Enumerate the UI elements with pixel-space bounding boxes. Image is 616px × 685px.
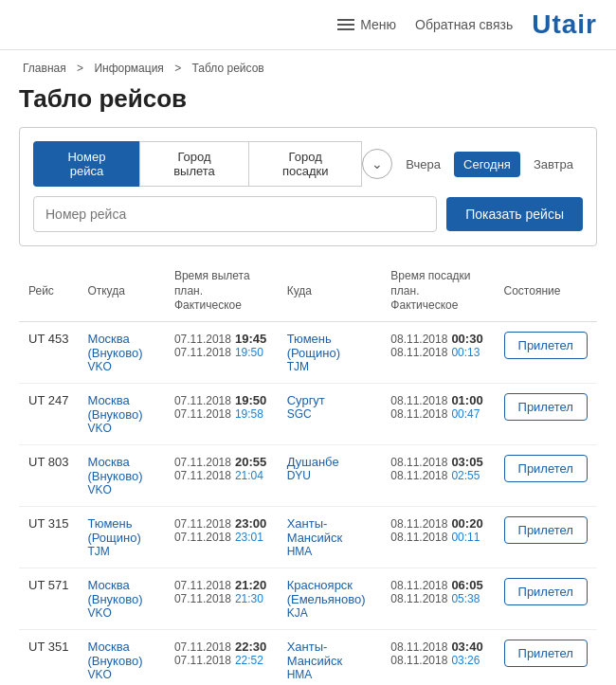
cell-status: Прилетел [495, 321, 597, 383]
dep-time-plan: 07.11.2018 21:20 [174, 578, 268, 592]
cell-flight: UT 803 [19, 444, 78, 506]
breadcrumb-sep1: > [77, 62, 86, 75]
arr-time-plan: 08.11.2018 03:40 [390, 640, 484, 654]
menu-button[interactable]: Меню [337, 17, 396, 32]
table-row: UT 571Москва (Внуково)VKO 07.11.2018 21:… [19, 568, 597, 629]
tab-arrival-city[interactable]: Город посадки [248, 141, 362, 187]
cell-arr-time: 08.11.2018 03:40 08.11.2018 03:26 [381, 629, 494, 685]
flight-number: UT 247 [28, 393, 68, 407]
to-code: SGC [287, 407, 372, 421]
cell-arr-time: 08.11.2018 00:30 08.11.2018 00:13 [381, 321, 494, 383]
cell-flight: UT 571 [19, 568, 78, 629]
dep-time-actual: 07.11.2018 21:04 [174, 469, 268, 482]
date-yesterday[interactable]: Вчера [396, 152, 450, 177]
arr-time-actual: 08.11.2018 05:38 [390, 592, 484, 605]
th-to: Куда [278, 261, 382, 321]
cell-to: Красноярск (Емельяново)KJA [278, 568, 382, 629]
from-code: VKO [87, 606, 154, 620]
arr-time-actual: 08.11.2018 00:11 [390, 531, 484, 544]
cell-dep-time: 07.11.2018 19:50 07.11.2018 19:58 [165, 383, 278, 444]
flight-number: UT 571 [28, 578, 68, 592]
arr-time-actual: 08.11.2018 03:26 [390, 654, 484, 667]
cell-from: Москва (Внуково)VKO [78, 444, 164, 506]
status-button[interactable]: Прилетел [504, 393, 588, 421]
to-code: DYU [287, 469, 372, 482]
cell-dep-time: 07.11.2018 21:20 07.11.2018 21:30 [165, 568, 278, 629]
dep-time-plan: 07.11.2018 23:00 [174, 516, 268, 531]
to-code: KJA [287, 606, 372, 620]
status-button[interactable]: Прилетел [504, 332, 588, 359]
header: Меню Обратная связь Utair [0, 0, 616, 50]
page-title: Табло рейсов [0, 81, 616, 127]
from-city: Москва (Внуково) [87, 578, 154, 606]
breadcrumb-home[interactable]: Главная [23, 62, 66, 75]
date-tomorrow[interactable]: Завтра [524, 152, 583, 177]
to-city: Душанбе [287, 455, 372, 469]
from-code: VKO [87, 483, 154, 496]
cell-arr-time: 08.11.2018 03:05 08.11.2018 02:55 [381, 444, 494, 506]
to-code: TJM [287, 360, 372, 373]
status-button[interactable]: Прилетел [504, 516, 588, 544]
from-city: Москва (Внуково) [87, 455, 154, 483]
cell-to: Ханты-МансийскHMA [278, 506, 382, 568]
flight-number: UT 315 [28, 516, 68, 531]
search-input[interactable] [33, 196, 437, 232]
status-button[interactable]: Прилетел [504, 455, 588, 482]
to-city: Сургут [287, 393, 372, 407]
cell-to: ДушанбеDYU [278, 444, 382, 506]
logo: Utair [532, 9, 597, 40]
cell-from: Тюмень (Рощино)TJM [78, 506, 164, 568]
dep-time-actual: 07.11.2018 22:52 [174, 654, 268, 667]
flight-number: UT 803 [28, 455, 68, 469]
cell-from: Москва (Внуково)VKO [78, 383, 164, 444]
cell-dep-time: 07.11.2018 19:45 07.11.2018 19:50 [165, 321, 278, 383]
cell-flight: UT 453 [19, 321, 78, 383]
table-row: UT 803Москва (Внуково)VKO 07.11.2018 20:… [19, 444, 597, 506]
hamburger-icon [337, 19, 354, 30]
arr-time-plan: 08.11.2018 03:05 [390, 455, 484, 469]
cell-dep-time: 07.11.2018 23:00 07.11.2018 23:01 [165, 506, 278, 568]
tab-departure-city[interactable]: Город вылета [139, 141, 248, 187]
arr-time-plan: 08.11.2018 00:30 [390, 332, 484, 346]
cell-from: Москва (Внуково)VKO [78, 629, 164, 685]
arr-time-plan: 08.11.2018 06:05 [390, 578, 484, 592]
search-panel: Номер рейса Город вылета Город посадки ⌄… [19, 127, 597, 246]
dep-time-plan: 07.11.2018 20:55 [174, 455, 268, 469]
search-button[interactable]: Показать рейсы [446, 197, 583, 231]
th-flight: Рейс [19, 261, 78, 321]
search-tabs: Номер рейса Город вылета Город посадки ⌄… [33, 141, 583, 187]
dep-time-actual: 07.11.2018 23:01 [174, 531, 268, 544]
cell-from: Москва (Внуково)VKO [78, 321, 164, 383]
breadcrumb-info[interactable]: Информация [94, 62, 163, 75]
to-code: HMA [287, 545, 372, 558]
to-city: Ханты-Мансийск [287, 640, 372, 668]
date-arrow-prev[interactable]: ⌄ [362, 149, 392, 179]
table-row: UT 453Москва (Внуково)VKO 07.11.2018 19:… [19, 321, 597, 383]
tab-flight-number[interactable]: Номер рейса [33, 141, 139, 187]
to-city: Тюмень (Рощино) [287, 332, 372, 360]
dep-time-plan: 07.11.2018 19:50 [174, 393, 268, 407]
th-arr-time: Время посадки план.Фактическое [381, 261, 494, 321]
cell-status: Прилетел [495, 383, 597, 444]
status-button[interactable]: Прилетел [504, 578, 588, 605]
status-button[interactable]: Прилетел [504, 640, 588, 667]
cell-to: Ханты-МансийскHMA [278, 629, 382, 685]
cell-flight: UT 351 [19, 629, 78, 685]
date-today[interactable]: Сегодня [454, 152, 520, 177]
from-code: TJM [87, 545, 154, 558]
cell-to: СургутSGC [278, 383, 382, 444]
cell-arr-time: 08.11.2018 01:00 08.11.2018 00:47 [381, 383, 494, 444]
date-nav: ⌄ Вчера Сегодня Завтра [362, 149, 583, 179]
dep-time-plan: 07.11.2018 22:30 [174, 640, 268, 654]
to-code: HMA [287, 668, 372, 681]
feedback-link[interactable]: Обратная связь [415, 17, 513, 32]
from-city: Москва (Внуково) [87, 393, 154, 422]
th-status: Состояние [495, 261, 597, 321]
breadcrumb: Главная > Информация > Табло рейсов [0, 50, 616, 81]
cell-dep-time: 07.11.2018 20:55 07.11.2018 21:04 [165, 444, 278, 506]
cell-to: Тюмень (Рощино)TJM [278, 321, 382, 383]
menu-label: Меню [360, 17, 396, 32]
dep-time-actual: 07.11.2018 21:30 [174, 592, 268, 605]
from-city: Москва (Внуково) [87, 640, 154, 668]
th-dep-time: Время вылета план.Фактическое [165, 261, 278, 321]
